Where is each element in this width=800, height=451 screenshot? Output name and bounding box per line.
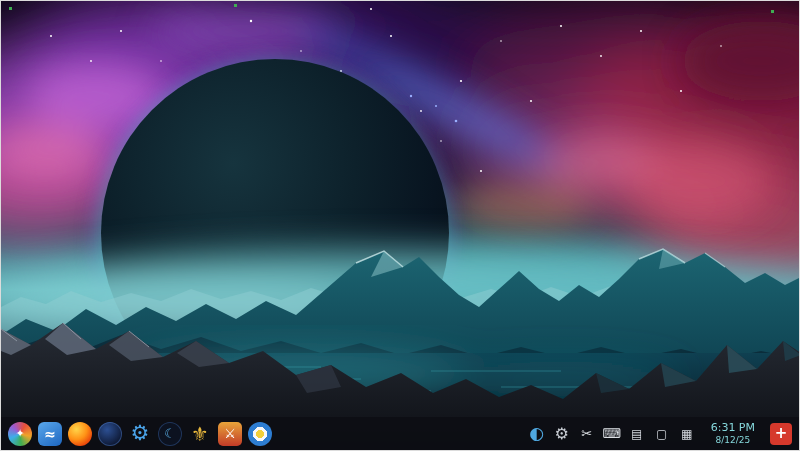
firefox-icon[interactable] xyxy=(68,422,92,446)
warrior-game-icon[interactable]: ⚔ xyxy=(218,422,242,446)
display-icon[interactable]: ▢ xyxy=(653,425,671,443)
keyboard-layout-icon[interactable]: ⌨ xyxy=(603,425,621,443)
clipboard-scissors-icon-glyph: ✂ xyxy=(581,427,592,440)
file-manager-icon[interactable]: ≈ xyxy=(38,422,62,446)
red-tray-icon[interactable]: + xyxy=(770,423,792,445)
settings-gear-icon-glyph: ⚙ xyxy=(131,423,150,444)
clipboard-scissors-icon[interactable]: ✂ xyxy=(578,425,596,443)
dark-blue-app-icon[interactable] xyxy=(98,422,122,446)
wallpaper-image xyxy=(1,1,800,451)
system-tray: ◐⚙✂⌨▤▢▦ xyxy=(528,425,696,443)
crescent-moon-app-icon-glyph: ☾ xyxy=(164,427,176,440)
settings-gear-icon[interactable]: ⚙ xyxy=(128,422,152,446)
target-ring-app-icon[interactable] xyxy=(248,422,272,446)
clock[interactable]: 6:31 PM 8/12/25 xyxy=(711,422,755,445)
display-icon-glyph: ▢ xyxy=(656,428,667,440)
desktop: ✦≈⚙☾⚜⚔ ◐⚙✂⌨▤▢▦ 6:31 PM 8/12/25 + xyxy=(0,0,800,451)
keyboard-layout-icon-glyph: ⌨ xyxy=(602,427,621,440)
package-icon-glyph: ▦ xyxy=(681,428,692,440)
tray-settings-gear-icon-glyph: ⚙ xyxy=(555,426,569,442)
warrior-game-icon-glyph: ⚔ xyxy=(224,427,236,440)
night-color-icon-glyph: ◐ xyxy=(529,425,544,442)
night-color-icon[interactable]: ◐ xyxy=(528,425,546,443)
package-icon[interactable]: ▦ xyxy=(678,425,696,443)
app-launcher-icon-glyph: ✦ xyxy=(15,428,24,439)
printer-icon[interactable]: ▤ xyxy=(628,425,646,443)
file-manager-icon-glyph: ≈ xyxy=(44,427,56,441)
taskbar: ✦≈⚙☾⚜⚔ ◐⚙✂⌨▤▢▦ 6:31 PM 8/12/25 + xyxy=(1,417,799,450)
gold-emblem-game-icon-glyph: ⚜ xyxy=(191,424,209,444)
gold-emblem-game-icon[interactable]: ⚜ xyxy=(188,422,212,446)
clock-time: 6:31 PM xyxy=(711,422,755,435)
app-launcher-icon[interactable]: ✦ xyxy=(8,422,32,446)
crescent-moon-app-icon[interactable]: ☾ xyxy=(158,422,182,446)
printer-icon-glyph: ▤ xyxy=(631,428,642,440)
taskbar-app-icons: ✦≈⚙☾⚜⚔ xyxy=(8,422,272,446)
tray-settings-gear-icon[interactable]: ⚙ xyxy=(553,425,571,443)
clock-date: 8/12/25 xyxy=(715,435,750,445)
